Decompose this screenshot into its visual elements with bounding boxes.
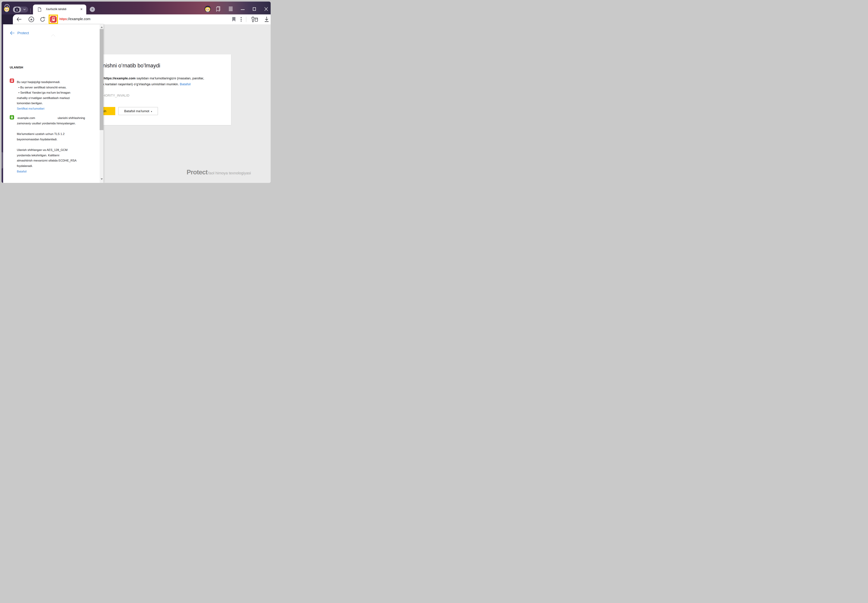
- history-clock-icon[interactable]: [5, 4, 9, 9]
- tab-security-threat[interactable]: Xavfsizlik tahdidi ✕: [33, 5, 86, 14]
- toolbar: Я https://example.com: [2, 14, 271, 24]
- menu-icon[interactable]: [228, 6, 233, 11]
- tab-count-badge: 1: [15, 7, 19, 12]
- warn-bullet2-line1: • Sertifkat Yandexʻga maʻlum boʻlmagan: [19, 90, 70, 95]
- warn-line1: Bu sayt haqiqiyligi tasdiqlanmadi.: [17, 80, 60, 85]
- encryption-line1: ulanishi shifrlashning: [58, 116, 85, 121]
- tabstrip-divider: [30, 8, 31, 13]
- kebab-menu-icon[interactable]: [241, 17, 242, 22]
- chevron-down-icon[interactable]: [23, 8, 27, 11]
- reload-icon[interactable]: [40, 17, 45, 22]
- url-scheme-struck: https: [59, 17, 67, 21]
- panel-back-button[interactable]: Protect: [10, 31, 29, 35]
- caret-down-icon: ▾: [151, 110, 152, 113]
- cert-warning-badge: [10, 79, 14, 83]
- url-host: ://example.com: [67, 17, 91, 21]
- maximize-button[interactable]: [253, 7, 256, 11]
- scrollbar-thumb[interactable]: [100, 29, 103, 130]
- back-arrow-icon: [10, 31, 15, 35]
- cipher-line1: Ulanish shifrlangan va AES_128_GCM: [17, 147, 68, 153]
- error-body-line2: k kartalari raqamlari) oʻgʻirlashga urin…: [103, 82, 191, 86]
- protect-logo: Protect: [187, 169, 207, 176]
- lock-slash-icon: [10, 79, 14, 83]
- more-info-button[interactable]: Batafsil maʻlumot▾: [118, 107, 158, 115]
- error-body-url: https://example.com: [104, 76, 136, 80]
- close-window-button[interactable]: [264, 7, 268, 11]
- error-heading: nishni oʻrnatib boʻlmaydi: [103, 62, 160, 69]
- protect-watermark: Protect faol himoya texnologiyasi: [187, 169, 251, 176]
- protect-panel: Protect ULANISH Bu sayt haqiqiyligi tasd…: [3, 24, 103, 183]
- cipher-line4: foydalanadi.: [17, 164, 33, 169]
- minimize-button[interactable]: [241, 9, 245, 10]
- url-display[interactable]: https://example.com: [59, 17, 91, 21]
- sidebar-handle[interactable]: [2, 152, 3, 169]
- error-code: HORITY_INVALID: [103, 94, 130, 97]
- avatar-image: [205, 6, 211, 12]
- lock-icon: [10, 115, 14, 119]
- profile-avatar-right[interactable]: [205, 6, 211, 12]
- protect-tagline: faol himoya texnologiyasi: [208, 171, 251, 175]
- section-connection-title: ULANISH: [10, 66, 23, 69]
- page-file-icon: [38, 7, 41, 12]
- certificate-info-link[interactable]: Sertifkat maʻlumotlari: [17, 107, 45, 110]
- tab-title: Xavfsizlik tahdidi: [46, 8, 76, 11]
- encryption-ok-badge: [10, 115, 14, 119]
- encryption-line2: zamonaviy usullari yordamida himoyalanga…: [17, 121, 76, 126]
- tab-close-icon[interactable]: ✕: [79, 7, 84, 12]
- title-bar: 1 Xavfsizlik tahdidi ✕ +: [2, 2, 271, 14]
- bookmark-icon[interactable]: [232, 17, 236, 22]
- scroll-up-arrow[interactable]: [101, 26, 103, 28]
- collections-icon[interactable]: [216, 6, 221, 12]
- tab-counter-box: 1: [13, 6, 21, 12]
- passwords-key-icon[interactable]: [251, 17, 259, 22]
- screenshot-frame: 1 Xavfsizlik tahdidi ✕ +: [0, 0, 272, 184]
- svg-text:Я: Я: [30, 18, 32, 21]
- error-details-link[interactable]: Batafsil: [180, 82, 190, 86]
- error-body-line1: https://example.com saytidan maʻlumotlar…: [104, 76, 204, 80]
- panel-back-label: Protect: [17, 31, 29, 35]
- tls-line1: Maʻlumotlarni uzatish uchun TLS 1.2: [17, 131, 65, 137]
- cipher-line3: almashtirish mexanizmi sifatida ECDHE_RS…: [17, 158, 77, 163]
- annotation-highlight-box: [49, 15, 58, 24]
- tab-counter[interactable]: 1: [13, 6, 28, 12]
- cipher-line2: yordamida tekshirilgan. Kalitlarni: [17, 153, 59, 158]
- warn-bullet2-line3: tomonidan berilgan.: [17, 101, 43, 106]
- encryption-domain: example.com: [17, 116, 35, 121]
- warn-bullet2-line2: mahalliy oʻrnatilgan sertifkatlash marka…: [17, 96, 70, 101]
- details-link[interactable]: Batafsil: [17, 170, 26, 173]
- new-tab-button[interactable]: +: [90, 7, 95, 12]
- warn-bullet1: • Bu server sertifikati ishonchli emas.: [19, 85, 66, 90]
- download-icon[interactable]: [264, 17, 269, 22]
- back-icon[interactable]: [17, 17, 22, 22]
- tls-line2: bayonnomasidan foydalaniladi.: [17, 137, 57, 142]
- browser-window: 1 Xavfsizlik tahdidi ✕ +: [2, 2, 271, 183]
- scroll-down-arrow[interactable]: [101, 178, 103, 180]
- yandex-home-icon[interactable]: Я: [28, 17, 34, 22]
- panel-scrollbar[interactable]: [100, 25, 103, 183]
